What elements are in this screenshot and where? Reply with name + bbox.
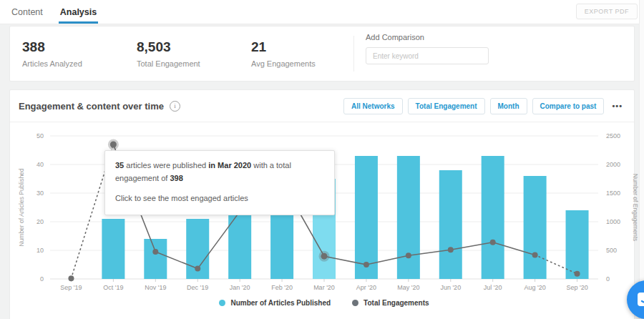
chart-header: Engagement & content over time i All Net… (10, 90, 634, 122)
chart-filters: All Networks Total Engagement Month Comp… (343, 98, 625, 114)
line-point-Apr '20[interactable] (364, 262, 369, 268)
stat-label: Total Engagement (137, 59, 239, 68)
line-point-Jun '20[interactable] (448, 247, 454, 252)
line-point-Mar '20[interactable] (321, 253, 328, 260)
x-axis-label: Feb '20 (271, 284, 293, 291)
x-axis-label: Nov '19 (145, 284, 166, 291)
left-axis-title: Number of Articles Published (18, 168, 25, 246)
filter-compare-to-past[interactable]: Compare to past (532, 98, 605, 114)
line-point-Sep '20[interactable] (575, 271, 580, 277)
right-axis-tick-label: 1000 (606, 218, 620, 225)
stat-value: 8,503 (137, 39, 239, 55)
x-axis-label: Sep '20 (566, 284, 587, 291)
legend-label: Number of Articles Published (230, 299, 331, 307)
x-axis-label: May '20 (397, 284, 419, 291)
right-axis-tick-label: 1500 (606, 190, 620, 197)
more-options-icon[interactable]: ••• (609, 100, 625, 112)
bar-May '20[interactable] (397, 156, 420, 279)
line-point-Aug '20[interactable] (532, 252, 538, 257)
filter-all-networks[interactable]: All Networks (343, 98, 403, 114)
x-axis-label: Jan '20 (230, 284, 250, 291)
filter-month[interactable]: Month (490, 98, 527, 114)
bar-Jul '20[interactable] (482, 156, 504, 279)
x-axis-label: Jun '20 (440, 284, 461, 291)
legend-label: Total Engagements (364, 299, 429, 307)
bar-Oct '19[interactable] (102, 219, 125, 279)
main-tabs: Content Analysis (11, 0, 97, 24)
export-pdf-button[interactable]: EXPORT PDF (576, 4, 638, 19)
engagements-legend-dot-icon (352, 300, 358, 306)
x-axis-label: Apr '20 (356, 284, 376, 291)
right-axis-title: Number of Engagements (632, 174, 638, 242)
stat-value: 388 (22, 39, 125, 55)
left-axis-tick-label: 30 (36, 190, 44, 197)
bar-Sep '20[interactable] (566, 210, 589, 279)
bar-Jun '20[interactable] (439, 170, 462, 279)
comparison-keyword-input[interactable] (366, 47, 489, 64)
left-axis-tick-label: 50 (36, 132, 44, 139)
divider (353, 36, 354, 72)
x-axis-label: Aug '20 (524, 284, 545, 291)
right-axis-tick-label: 0 (606, 275, 610, 283)
right-axis-tick-label: 500 (606, 247, 617, 254)
legend-total-engagements[interactable]: Total Engagements (352, 299, 429, 307)
right-axis-tick-label: 2500 (606, 132, 620, 139)
chart-title: Engagement & content over time (19, 101, 164, 112)
tab-analysis[interactable]: Analysis (60, 0, 97, 24)
chart-tooltip: 35 articles were published in Mar 2020 w… (104, 150, 335, 215)
chat-icon (637, 291, 644, 308)
stat-total-engagement: 8,503 Total Engagement (125, 39, 239, 68)
scrollbar-track[interactable] (639, 0, 644, 319)
x-axis-label: Jul '20 (484, 284, 502, 291)
chart-legend: Number of Articles Published Total Engag… (14, 299, 634, 307)
stats-card: 388 Articles Analyzed 8,503 Total Engage… (9, 26, 635, 82)
legend-articles-published[interactable]: Number of Articles Published (219, 299, 331, 307)
x-axis-label: Dec '19 (187, 284, 208, 291)
x-axis-label: Mar '20 (313, 284, 335, 291)
tab-content[interactable]: Content (11, 0, 43, 24)
analytics-dashboard: Content Analysis EXPORT PDF 388 Articles… (0, 0, 644, 319)
line-point-May '20[interactable] (406, 252, 411, 258)
left-axis-tick-label: 0 (40, 275, 44, 283)
stat-value: 21 (251, 39, 353, 55)
add-comparison-section: Add Comparison (366, 33, 489, 64)
left-axis-tick-label: 40 (36, 161, 44, 168)
tooltip-cta: Click to see the most engaged articles (115, 192, 324, 205)
tooltip-message: 35 articles were published in Mar 2020 w… (115, 160, 324, 185)
x-axis-label: Sep '19 (60, 284, 82, 291)
stat-label: Articles Analyzed (22, 59, 125, 68)
line-point-Jul '20[interactable] (490, 240, 496, 245)
stat-label: Avg Engagements (251, 59, 353, 68)
right-axis-tick-label: 2000 (606, 161, 620, 168)
articles-legend-dot-icon (219, 300, 225, 306)
line-point-Sep '19[interactable] (68, 275, 74, 281)
line-point-Dec '19[interactable] (195, 266, 200, 272)
bar-Nov '19[interactable] (144, 239, 167, 279)
line-point-Oct '19[interactable] (110, 142, 117, 148)
left-axis-tick-label: 10 (36, 247, 44, 254)
left-axis-tick-label: 20 (36, 218, 44, 225)
bar-Apr '20[interactable] (355, 156, 378, 279)
top-bar: Content Analysis EXPORT PDF (0, 0, 644, 24)
line-point-Nov '19[interactable] (152, 249, 158, 255)
add-comparison-label: Add Comparison (366, 33, 489, 41)
x-axis-label: Oct '19 (103, 284, 123, 291)
bar-Aug '20[interactable] (524, 176, 547, 279)
stat-avg-engagements: 21 Avg Engagements (239, 39, 353, 68)
stat-articles-analyzed: 388 Articles Analyzed (10, 39, 125, 68)
info-icon[interactable]: i (170, 101, 180, 112)
filter-total-engagement[interactable]: Total Engagement (408, 98, 485, 114)
